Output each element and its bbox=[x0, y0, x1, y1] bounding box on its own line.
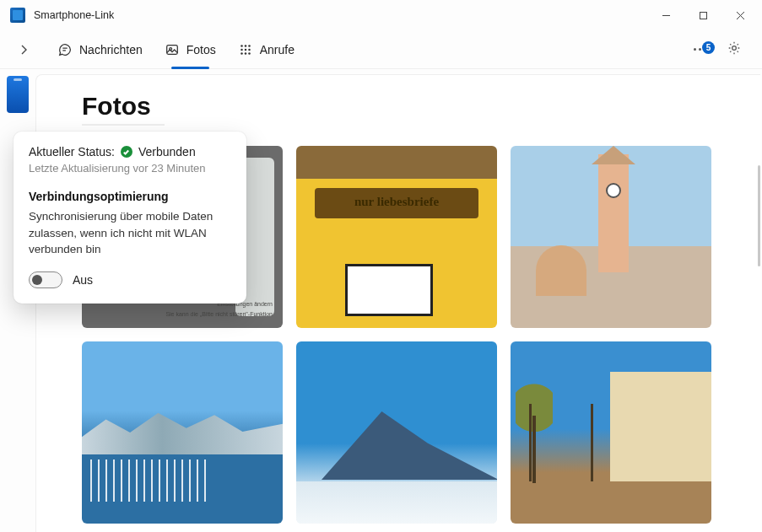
scrollbar[interactable] bbox=[758, 165, 760, 266]
status-flyout: Aktueller Status: Verbunden Letzte Aktua… bbox=[14, 132, 246, 304]
device-thumbnail[interactable] bbox=[7, 76, 29, 113]
check-icon bbox=[121, 146, 132, 158]
dialpad-icon bbox=[238, 42, 253, 57]
divider bbox=[82, 124, 165, 126]
svg-point-10 bbox=[244, 52, 246, 55]
tab-label: Nachrichten bbox=[79, 43, 143, 56]
chat-icon bbox=[57, 42, 73, 57]
svg-point-12 bbox=[732, 46, 737, 51]
nav-tabs: Nachrichten Fotos Anrufe 5 bbox=[0, 30, 762, 69]
toggle-label: Aus bbox=[73, 273, 93, 287]
photo-thumbnail[interactable] bbox=[296, 341, 497, 524]
titlebar: Smartphone-Link bbox=[0, 0, 762, 30]
toggle-row: Aus bbox=[29, 271, 231, 288]
tab-calls[interactable]: Anrufe bbox=[230, 37, 303, 62]
mobile-data-toggle[interactable] bbox=[29, 271, 62, 288]
photos-icon bbox=[165, 42, 180, 57]
tab-label: Anrufe bbox=[260, 43, 295, 56]
status-label: Aktueller Status: bbox=[29, 145, 115, 159]
window-controls bbox=[647, 3, 759, 28]
page-title: Fotos bbox=[82, 92, 745, 121]
settings-button[interactable] bbox=[718, 35, 750, 63]
notification-badge: 5 bbox=[702, 41, 715, 54]
tab-photos[interactable]: Fotos bbox=[156, 37, 224, 62]
photo-thumbnail[interactable]: nur liebesbriefe bbox=[296, 146, 497, 328]
status-value: Verbunden bbox=[138, 145, 196, 159]
photo-caption: nur liebesbriefe bbox=[296, 195, 497, 209]
photo-thumbnail[interactable] bbox=[82, 341, 283, 524]
svg-point-7 bbox=[244, 48, 246, 51]
svg-point-8 bbox=[248, 48, 251, 51]
svg-point-11 bbox=[248, 52, 251, 55]
photo-thumbnail[interactable] bbox=[511, 341, 711, 524]
photo-thumbnail[interactable] bbox=[511, 146, 711, 328]
svg-point-4 bbox=[244, 45, 246, 47]
svg-point-6 bbox=[240, 48, 243, 51]
close-button[interactable] bbox=[721, 3, 759, 28]
svg-rect-0 bbox=[700, 12, 706, 19]
tab-messages[interactable]: Nachrichten bbox=[49, 37, 151, 62]
back-button[interactable] bbox=[12, 38, 35, 62]
more-button[interactable]: 5 bbox=[687, 45, 713, 54]
maximize-button[interactable] bbox=[684, 3, 721, 28]
flyout-description: Synchronisierung über mobile Daten zulas… bbox=[29, 208, 231, 258]
app-icon bbox=[10, 8, 25, 23]
status-subline: Letzte Aktualisierung vor 23 Minuten bbox=[29, 162, 231, 175]
svg-point-3 bbox=[240, 45, 243, 47]
tab-label: Fotos bbox=[186, 43, 216, 56]
svg-point-9 bbox=[240, 52, 243, 55]
svg-point-5 bbox=[248, 45, 251, 47]
minimize-button[interactable] bbox=[647, 3, 684, 28]
flyout-heading: Verbindungsoptimierung bbox=[29, 190, 231, 203]
app-title: Smartphone-Link bbox=[34, 9, 114, 21]
status-row: Aktueller Status: Verbunden bbox=[29, 145, 231, 159]
gear-icon bbox=[727, 40, 742, 56]
